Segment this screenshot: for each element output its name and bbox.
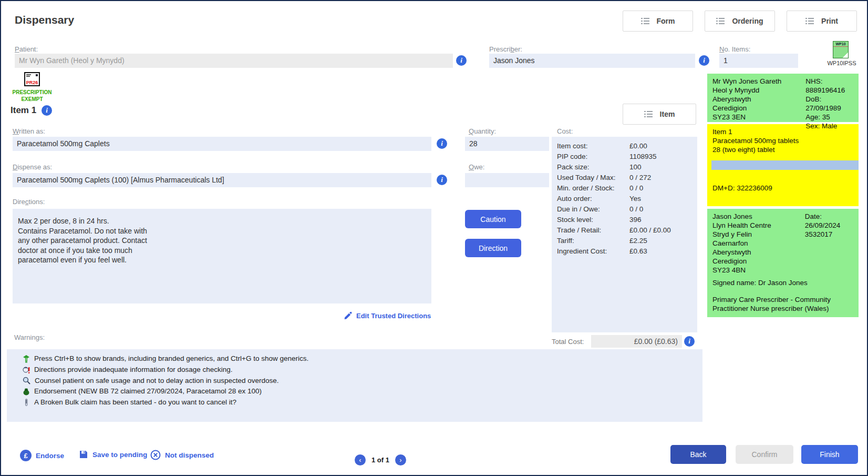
broken-bulk-icon (23, 399, 30, 407)
total-cost-info-icon[interactable]: i (684, 336, 695, 347)
prescriber-field[interactable]: Jason Jones (489, 54, 695, 68)
item-pagination: ‹ 1 of 1 › (355, 454, 406, 465)
warning-item: A Broken Bulk claim has been started - d… (23, 397, 702, 408)
endorse-label: Endorse (36, 452, 64, 460)
pr26-exemption-icon: PR26 (24, 72, 40, 86)
finish-button[interactable]: Finish (801, 445, 858, 464)
print-button-label: Print (821, 17, 838, 25)
dispense-as-label: Dispense as: (13, 163, 52, 171)
item-button-label: Item (660, 110, 675, 118)
form-button-label: Form (657, 17, 675, 25)
item-button[interactable]: Item (623, 104, 696, 125)
total-cost-label: Total Cost: (552, 338, 584, 346)
page-indicator: 1 of 1 (371, 456, 389, 464)
cost-row: Tariff:£2.25 (557, 236, 697, 246)
no-items-field[interactable]: 1 (719, 54, 798, 68)
warnings-box: Press Ctrl+B to show brands, including b… (7, 349, 702, 422)
ordering-button[interactable]: Ordering (705, 11, 775, 32)
edit-trusted-directions-label: Edit Trusted Directions (356, 312, 431, 320)
item-details-box: Item 1 Paracetamol 500mg tablets 28 (two… (707, 124, 859, 206)
prescriber-address: Jason Jones Llyn Health Centre Stryd y F… (712, 212, 805, 275)
item-info-icon[interactable]: i (42, 105, 52, 116)
owe-label: Owe: (469, 163, 484, 171)
prescription-date-code: Date: 26/09/2024 3532017 (805, 212, 859, 275)
cost-row: Ingredient Cost:£0.63 (557, 246, 697, 257)
total-cost-value: £0.00 (£0.63) (591, 335, 682, 348)
cost-row: Stock level:396 (557, 215, 697, 225)
cost-row: Pack size:100 (557, 162, 697, 173)
prescription-exempt-label: PRESCRIPTION EXEMPT (8, 89, 56, 103)
dosage-warning-icon (23, 366, 30, 374)
form-button[interactable]: Form (623, 11, 693, 32)
prescriber-details-box: Jason Jones Llyn Health Centre Stryd y F… (707, 209, 859, 317)
list-icon (716, 17, 725, 25)
patient-address: Mr Wyn Jones Gareth Heol y Mynydd Aberys… (712, 77, 805, 130)
cost-label: Cost: (557, 127, 573, 135)
selection-highlight-bar[interactable] (711, 160, 859, 170)
patient-details-box: Mr Wyn Jones Gareth Heol y Mynydd Aberys… (707, 74, 859, 122)
page-title: Dispensary (15, 14, 74, 26)
warning-item: Counsel patient on safe usage and not to… (23, 376, 702, 387)
endorse-link[interactable]: £ Endorse (20, 450, 64, 461)
dmd-code: DM+D: 322236009 (712, 184, 859, 193)
written-as-label: Written as: (13, 127, 45, 135)
header-button-row: Form Ordering Print (623, 11, 857, 32)
ordering-button-label: Ordering (732, 17, 763, 25)
wp10-form-icon: WP10 (833, 41, 849, 58)
signed-name: Signed name: Dr Jason Jones (712, 278, 859, 287)
warning-item: Directions provide inadequate informatio… (23, 364, 702, 376)
pencil-icon (344, 312, 352, 320)
not-dispensed-link[interactable]: Not dispensed (150, 450, 214, 460)
written-as-info-icon[interactable]: i (437, 138, 447, 149)
wp10-form-label: WP10IPSS (825, 60, 858, 66)
edit-trusted-directions-link[interactable]: Edit Trusted Directions (344, 312, 431, 320)
cost-row: Due in / Owe:0 / 0 (557, 204, 697, 215)
patient-label: Patient: (15, 45, 38, 53)
no-items-label: No. Items: (719, 45, 750, 53)
caution-button[interactable]: Caution (465, 210, 521, 228)
owe-field[interactable] (465, 173, 549, 187)
quantity-field[interactable]: 28 (465, 137, 549, 151)
written-as-field[interactable]: Paracetamol 500mg Caplets (13, 137, 431, 151)
direction-button[interactable]: Direction (465, 239, 521, 257)
prescriber-role: Primary Care Prescriber - Community Prac… (712, 295, 859, 313)
prescription-preview-panel: Mr Wyn Jones Gareth Heol y Mynydd Aberys… (707, 74, 859, 317)
dispense-as-info-icon[interactable]: i (437, 175, 447, 185)
prescriber-label: Prescriber: (489, 45, 522, 53)
warnings-label: Warnings: (14, 333, 45, 341)
cost-row: PIP code:1108935 (557, 151, 697, 162)
previous-item-button[interactable]: ‹ (355, 454, 366, 465)
save-to-pending-link[interactable]: Save to pending (79, 450, 147, 459)
pound-icon: £ (20, 450, 32, 461)
list-icon (805, 17, 814, 25)
brands-icon (23, 355, 30, 363)
prescriber-info-icon[interactable]: i (699, 55, 709, 66)
directions-label: Directions: (13, 198, 45, 206)
dispense-as-field[interactable]: Paracetamol 500mg Caplets (100) [Almus P… (13, 173, 431, 187)
not-dispensed-label: Not dispensed (165, 451, 214, 459)
circle-x-icon (150, 450, 161, 460)
warning-item: Press Ctrl+B to show brands, including b… (23, 353, 702, 364)
confirm-button[interactable]: Confirm (736, 445, 793, 464)
endorsement-icon (23, 388, 30, 396)
save-icon (79, 450, 88, 459)
cost-row: Auto order:Yes (557, 194, 697, 204)
cost-row: Trade / Retail:£0.00 / £0.00 (557, 225, 697, 236)
warning-item: Endorsement (NEW BB 72 claimed 27/09/202… (23, 386, 702, 397)
next-item-button[interactable]: › (395, 454, 406, 465)
save-to-pending-label: Save to pending (92, 451, 147, 459)
print-button[interactable]: Print (787, 11, 857, 32)
dispensary-window: Dispensary Form Ordering Print Patient: … (0, 0, 868, 476)
directions-field[interactable]: Max 2 per dose, 8 in 24 hrs. Contains Pa… (13, 209, 431, 303)
patient-demographics: NHS: 8889196416 DoB: 27/09/1989 Age: 35 … (805, 77, 859, 130)
quantity-label: Quantity: (469, 127, 496, 135)
back-button[interactable]: Back (670, 445, 726, 464)
cost-panel: Item cost:£0.00 PIP code:1108935 Pack si… (552, 137, 697, 332)
item-heading-text: Item 1 (11, 105, 36, 116)
item-section-heading: Item 1 i (11, 105, 52, 116)
cost-row: Used Today / Max:0 / 272 (557, 173, 697, 183)
patient-field[interactable]: Mr Wyn Gareth (Heol y Mynydd) (15, 54, 453, 68)
cost-row: Item cost:£0.00 (557, 141, 697, 151)
cost-row: Min. order / Stock:0 / 0 (557, 183, 697, 194)
patient-info-icon[interactable]: i (456, 55, 467, 66)
